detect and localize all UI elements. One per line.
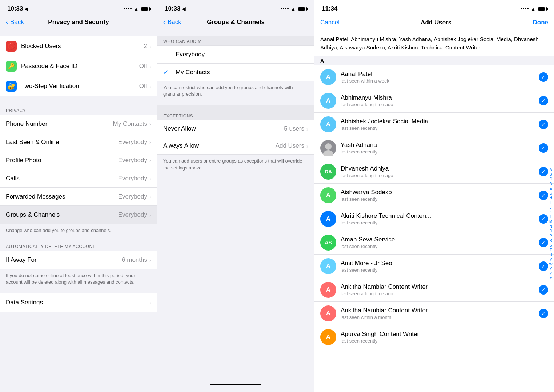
alpha-y[interactable]: Y: [549, 267, 553, 271]
back-button-2[interactable]: ‹ Back: [163, 18, 181, 26]
alpha-z[interactable]: Z: [549, 272, 553, 276]
contact-aishwarya[interactable]: A Aishwarya Sodexo last seen recently ✓: [314, 184, 554, 207]
status-amit: last seen recently: [341, 267, 539, 273]
alpha-c[interactable]: C: [549, 177, 553, 181]
my-contacts-checkmark: ✓: [163, 68, 170, 76]
check-dhvanesh: ✓: [539, 167, 548, 176]
alpha-s[interactable]: S: [549, 243, 553, 248]
who-options-list: ✓ Everybody ✓ My Contacts: [157, 45, 314, 81]
cancel-button-3[interactable]: Cancel: [320, 19, 340, 26]
name-dhvanesh: Dhvanesh Adhiya: [341, 165, 539, 172]
blocked-value: 2: [144, 43, 147, 50]
never-allow-label: Never Allow: [163, 125, 284, 132]
contact-abhimanyu[interactable]: A Abhimanyu Mishra last seen a long time…: [314, 89, 554, 113]
alpha-m[interactable]: M: [549, 220, 553, 224]
forwarded-item[interactable]: Forwarded Messages Everybody ›: [0, 188, 157, 206]
alpha-l[interactable]: L: [549, 215, 553, 219]
contact-apurva[interactable]: A Apurva Singh Content Writer last seen …: [314, 325, 554, 349]
alpha-k[interactable]: K: [549, 210, 553, 215]
away-for-item[interactable]: If Away For 6 months ›: [0, 251, 157, 269]
check-abhimanyu: ✓: [539, 96, 548, 105]
alpha-j[interactable]: J: [549, 205, 553, 210]
alpha-v[interactable]: V: [549, 257, 553, 262]
alpha-r[interactable]: R: [549, 239, 553, 243]
groups-channels-item[interactable]: Groups & Channels Everybody ›: [0, 206, 157, 224]
profile-photo-item[interactable]: Profile Photo Everybody ›: [0, 151, 157, 169]
calls-value: Everybody: [118, 175, 147, 182]
selected-preview: Aanal Patel, Abhimanyu Mishra, Yash Adha…: [314, 31, 554, 56]
data-settings-chevron: ›: [149, 299, 151, 305]
contact-dhvanesh[interactable]: DA Dhvanesh Adhiya last seen a long time…: [314, 160, 554, 184]
phone-number-item[interactable]: Phone Number My Contacts ›: [0, 115, 157, 133]
two-step-item[interactable]: 🔐 Two-Step Verification Off ›: [0, 76, 157, 96]
name-apurva: Apurva Singh Content Writer: [341, 331, 548, 338]
contact-ankitha1[interactable]: A Ankitha Nambiar Content Writer last se…: [314, 278, 554, 302]
alpha-n[interactable]: N: [549, 224, 553, 229]
avatar-aishwarya: A: [320, 187, 336, 203]
alpha-e[interactable]: E: [549, 187, 553, 191]
avatar-aanal: A: [320, 69, 336, 85]
alpha-hash[interactable]: #: [549, 276, 553, 281]
never-allow-item[interactable]: Never Allow 5 users ›: [157, 120, 314, 137]
exceptions-note: You can add users or entire groups as ex…: [157, 155, 314, 178]
contact-aman[interactable]: AS Aman Seva Service last seen recently …: [314, 231, 554, 255]
calls-item[interactable]: Calls Everybody ›: [0, 169, 157, 188]
alpha-a[interactable]: A: [549, 168, 553, 172]
data-settings-item[interactable]: Data Settings ›: [0, 293, 157, 312]
avatar-dhvanesh: DA: [320, 164, 336, 180]
alpha-t[interactable]: T: [549, 248, 553, 252]
info-aman: Aman Seva Service last seen recently: [341, 236, 539, 249]
status-ankitha2: last seen within a month: [341, 315, 539, 320]
alpha-g[interactable]: G: [549, 191, 553, 196]
contact-akriti[interactable]: A Akriti Kishore Technical Conten... las…: [314, 207, 554, 231]
always-allow-chevron: ›: [306, 143, 308, 149]
contact-aanal[interactable]: A Aanal Patel last seen within a week ✓: [314, 65, 554, 89]
alpha-u[interactable]: U: [549, 253, 553, 257]
name-amit: Amit More - Jr Seo: [341, 260, 539, 267]
auto-note: If you do not come online at least once …: [0, 269, 157, 290]
who-header: WHO CAN ADD ME: [157, 36, 314, 45]
nav-title-1: Privacy and Security: [48, 19, 109, 26]
nav-bar-3: Cancel Add Users Done: [314, 15, 554, 31]
avatar-ankitha2: A: [320, 305, 336, 321]
avatar-apurva: A: [320, 329, 336, 345]
phone-label: Phone Number: [6, 120, 113, 128]
name-abhimanyu: Abhimanyu Mishra: [341, 94, 539, 101]
panel-add-users: 11:34 ▲ Cancel Add Users Done Aanal Pate…: [314, 0, 554, 392]
auto-list: If Away For 6 months ›: [0, 251, 157, 269]
always-allow-item[interactable]: Always Allow Add Users ›: [157, 137, 314, 155]
done-button-3[interactable]: Done: [533, 19, 548, 26]
contact-abhishek[interactable]: A Abhishek Joglekar Social Media last se…: [314, 113, 554, 136]
alpha-d[interactable]: D: [549, 182, 553, 186]
avatar-abhimanyu: A: [320, 93, 336, 109]
alpha-w[interactable]: W: [549, 262, 553, 267]
alpha-b[interactable]: B: [549, 172, 553, 177]
contact-yash[interactable]: Yash Adhana last seen recently ✓: [314, 136, 554, 160]
forwarded-chevron: ›: [149, 193, 151, 200]
nav-bar-2: ‹ Back Groups & Channels: [157, 15, 314, 30]
status-aanal: last seen within a week: [341, 78, 539, 84]
passcode-item[interactable]: 🔑 Passcode & Face ID Off ›: [0, 56, 157, 76]
my-contacts-option[interactable]: ✓ My Contacts: [157, 64, 314, 81]
name-aishwarya: Aishwarya Sodexo: [341, 189, 539, 196]
status-bar-2: 10:33 ◀ ▲: [157, 0, 314, 15]
avatar-abhishek: A: [320, 116, 336, 132]
alpha-i[interactable]: I: [549, 201, 553, 205]
contact-amit[interactable]: A Amit More - Jr Seo last seen recently …: [314, 255, 554, 278]
alpha-h[interactable]: H: [549, 196, 553, 200]
alpha-o[interactable]: O: [549, 229, 553, 233]
always-allow-value: Add Users: [276, 142, 304, 149]
avatar-akriti: A: [320, 211, 336, 227]
signal-dots-2: [281, 8, 289, 9]
groups-chevron: ›: [149, 212, 151, 218]
back-button-1[interactable]: ‹ Back: [6, 18, 24, 26]
everybody-option[interactable]: ✓ Everybody: [157, 46, 314, 64]
info-abhimanyu: Abhimanyu Mishra last seen a long time a…: [341, 94, 539, 107]
contact-ankitha2[interactable]: A Ankitha Nambiar Content Writer last se…: [314, 302, 554, 325]
passcode-chevron: ›: [149, 63, 151, 69]
alpha-p[interactable]: P: [549, 234, 553, 238]
blocked-users-item[interactable]: 🚫 Blocked Users 2 ›: [0, 36, 157, 56]
check-ankitha1: ✓: [539, 285, 548, 295]
last-seen-item[interactable]: Last Seen & Online Everybody ›: [0, 133, 157, 151]
check-abhishek: ✓: [539, 120, 548, 129]
